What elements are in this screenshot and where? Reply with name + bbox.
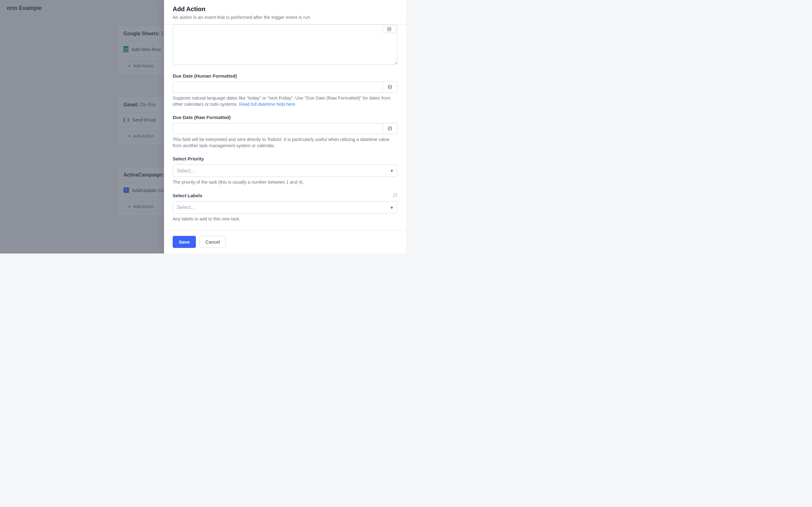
label-text: Select Priority xyxy=(173,156,204,161)
field-helper: Supports natural language dates like "to… xyxy=(173,95,397,107)
field-helper: The priority of the task (this is usuall… xyxy=(173,179,397,185)
panel-subtitle: An action is an event that is performed … xyxy=(173,14,397,20)
due-date-human-input[interactable] xyxy=(173,81,383,93)
note-textarea-wrapper xyxy=(173,24,397,66)
label-text: Due Date (Human Formatted) xyxy=(173,73,237,78)
label-text: Select Labels xyxy=(173,193,202,198)
field-helper: This field will be interpreted and sent … xyxy=(173,137,397,149)
save-button[interactable]: Save xyxy=(173,236,196,248)
due-date-raw-input[interactable] xyxy=(173,123,383,134)
due-date-human-field: Due Date (Human Formatted) Supports natu… xyxy=(173,73,397,107)
panel-body: Due Date (Human Formatted) Supports natu… xyxy=(164,24,406,230)
priority-field: Select Priority Select... ▾ The priority… xyxy=(173,156,397,185)
cancel-button[interactable]: Cancel xyxy=(200,236,226,248)
svg-point-1 xyxy=(388,85,392,86)
field-label: Select Labels xyxy=(173,193,397,198)
insert-data-button[interactable] xyxy=(383,123,397,134)
add-action-panel: Add Action An action is an event that is… xyxy=(164,0,406,253)
database-icon xyxy=(387,27,392,32)
field-label: Due Date (Raw Formatted) xyxy=(173,115,397,120)
priority-select[interactable]: Select... xyxy=(173,164,397,177)
datetime-help-link[interactable]: Read full datetime help here xyxy=(239,102,295,107)
due-date-raw-field: Due Date (Raw Formatted) This field will… xyxy=(173,115,397,149)
svg-point-2 xyxy=(388,126,392,128)
note-textarea[interactable] xyxy=(173,24,397,65)
field-helper: Any labels to add to this new task. xyxy=(173,216,397,222)
label-text: Due Date (Raw Formatted) xyxy=(173,115,231,120)
insert-data-button[interactable] xyxy=(383,81,397,93)
helper-suffix: . xyxy=(295,102,297,107)
field-label: Due Date (Human Formatted) xyxy=(173,73,397,78)
labels-field: Select Labels Select... ▾ Any labels to … xyxy=(173,193,397,222)
refresh-icon[interactable] xyxy=(393,193,397,198)
panel-header: Add Action An action is an event that is… xyxy=(164,0,406,24)
svg-point-0 xyxy=(388,27,391,29)
database-icon xyxy=(388,85,392,90)
field-label: Select Priority xyxy=(173,156,397,161)
database-icon xyxy=(388,126,392,131)
insert-data-button[interactable] xyxy=(383,26,396,33)
panel-footer: Save Cancel xyxy=(164,230,406,253)
panel-title: Add Action xyxy=(173,6,397,13)
labels-select[interactable]: Select... xyxy=(173,201,397,214)
